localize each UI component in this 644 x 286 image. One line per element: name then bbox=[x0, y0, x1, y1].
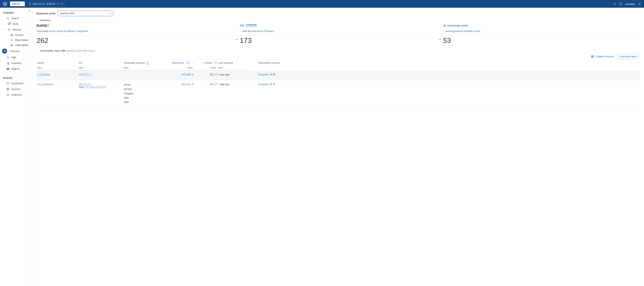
critical-link[interactable]: 365 bbox=[195, 83, 217, 86]
service-value: - bbox=[124, 73, 164, 77]
sidebar: Snapshot Search ⌄ Verify ⌃ Security Post… bbox=[0, 8, 32, 286]
help-icon[interactable]: ? bbox=[146, 62, 149, 64]
exposure-point-select[interactable]: Partners-VPN ▼ bbox=[58, 11, 113, 16]
ip-link[interactable]: fe80::xxx xxxx xxxx xxxx bbox=[79, 86, 122, 88]
last-scanned: 1 day ago bbox=[218, 73, 247, 76]
sidebar-item-label: Exposure bbox=[10, 50, 20, 52]
help-button[interactable] bbox=[618, 1, 624, 7]
services-cell: HTTPHTTPSPostgresSSHVNC bbox=[124, 83, 164, 104]
sidebar-item-collection[interactable]: Collection bbox=[0, 92, 32, 98]
hidden-columns-label: 2 hidden columns bbox=[595, 55, 614, 58]
power-button[interactable] bbox=[636, 1, 642, 7]
app-logo[interactable] bbox=[2, 1, 8, 6]
svg-point-55 bbox=[444, 25, 445, 26]
host-name-link[interactable]: xxxxx-hpna bbox=[37, 73, 78, 76]
svg-marker-0 bbox=[3, 2, 7, 4]
compute-link[interactable]: Compute bbox=[248, 83, 268, 86]
svg-line-66 bbox=[270, 75, 270, 75]
sidebar-item-blast-radius[interactable]: Blast Radius bbox=[0, 37, 32, 42]
tenant-selector[interactable]: Fabrizio ▼ bbox=[10, 1, 25, 6]
svg-point-59 bbox=[271, 74, 271, 75]
collapse-sidebar-icon[interactable] bbox=[28, 9, 31, 12]
svg-line-18 bbox=[11, 40, 11, 41]
filter-risk[interactable] bbox=[165, 65, 193, 70]
sidebar-item-security[interactable]: ⌃ Security bbox=[0, 27, 32, 32]
sidebar-item-sources[interactable]: Sources bbox=[0, 86, 32, 92]
col-critical[interactable]: Critical ? bbox=[195, 61, 217, 64]
ip-link[interactable]: 10.xxx.x.xx bbox=[79, 73, 122, 76]
card-exposed-link[interactable]: …and exposed to Partners-VPN bbox=[443, 30, 634, 35]
card-forward-link[interactable]: …and discovered by Forward bbox=[240, 30, 431, 35]
exposure-point-value: Partners-VPN bbox=[60, 12, 74, 15]
section-title-network: Network bbox=[0, 74, 32, 81]
hidden-columns-button[interactable]: 2 hidden columns bbox=[591, 55, 614, 58]
inventory-icon bbox=[6, 62, 10, 65]
svg-rect-57 bbox=[592, 56, 593, 57]
exposure-point-label: Exposure point bbox=[36, 12, 56, 15]
filter-ips[interactable] bbox=[78, 65, 122, 70]
blast-radius-link[interactable]: Bl bbox=[270, 73, 280, 76]
search-icon bbox=[6, 17, 10, 20]
card-forward-count: 173 bbox=[240, 36, 431, 44]
card-rapid7-link[interactable]: Vulnerable hosts found by Rapid7 Insight… bbox=[36, 30, 228, 35]
filter-services[interactable] bbox=[123, 65, 163, 70]
filter-scanned[interactable] bbox=[218, 65, 246, 70]
username[interactable]: noreply2 bbox=[625, 2, 635, 5]
svg-rect-39 bbox=[8, 69, 9, 69]
collection-icon bbox=[6, 93, 10, 96]
card-exposed: EXPOSURE POINT …and exposed to Partners-… bbox=[443, 23, 640, 44]
table-row[interactable]: xxxxx-panos-3 10.xxx.x.xx fe80::xxx xxxx… bbox=[36, 80, 640, 107]
collapse-overview-icon[interactable]: ⌃ bbox=[36, 19, 38, 21]
star-icon bbox=[29, 2, 31, 5]
svg-line-76 bbox=[272, 83, 272, 84]
download-report-button[interactable]: Download report bbox=[617, 54, 640, 59]
sidebar-item-diffs[interactable]: Diffs bbox=[0, 55, 32, 60]
sidebar-item-inventory[interactable]: Inventory bbox=[0, 60, 32, 66]
compute-link[interactable]: Compute bbox=[248, 73, 268, 76]
service-value: VNC bbox=[124, 100, 164, 104]
svg-rect-42 bbox=[8, 69, 9, 70]
sidebar-item-objects[interactable]: Objects bbox=[0, 66, 32, 72]
notifications-button[interactable] bbox=[612, 1, 618, 7]
report-count: 53 bbox=[62, 49, 65, 52]
snapshot-date: 2022-10-12 bbox=[33, 2, 45, 5]
sidebar-item-exposure[interactable]: Exposure bbox=[0, 47, 32, 55]
sidebar-item-posture[interactable]: Posture bbox=[0, 32, 32, 37]
chevron-down-icon: ⌄ bbox=[3, 23, 5, 25]
svg-rect-58 bbox=[593, 56, 593, 57]
sidebar-item-dashboard[interactable]: Dashboard bbox=[0, 81, 32, 86]
svg-line-64 bbox=[270, 73, 270, 74]
filter-critical[interactable] bbox=[194, 65, 216, 70]
risk-score-link[interactable]: 661,311 bbox=[165, 83, 194, 86]
col-reachable[interactable]: Reachable services bbox=[248, 61, 280, 64]
risk-score-link[interactable]: 679,333 bbox=[165, 73, 194, 76]
col-services[interactable]: Vulnerable services ? bbox=[124, 61, 164, 64]
svg-rect-41 bbox=[8, 69, 8, 70]
globe-icon bbox=[6, 88, 10, 91]
sidebar-item-label: Sources bbox=[12, 88, 20, 90]
host-name-link[interactable]: xxxxx-panos-3 bbox=[37, 83, 78, 86]
snapshot-time-selector[interactable]: 2022-10-12 16:40:35 UTC ▼ bbox=[27, 1, 66, 6]
col-ips[interactable]: IPs bbox=[79, 61, 122, 64]
sidebar-item-search[interactable]: Search bbox=[0, 15, 32, 21]
help-icon[interactable]: ? bbox=[214, 61, 217, 64]
svg-line-75 bbox=[270, 85, 270, 85]
critical-link[interactable]: 363 bbox=[195, 73, 217, 76]
collapse-report-icon[interactable]: ⌃ bbox=[36, 50, 38, 52]
objects-icon bbox=[6, 67, 10, 70]
col-scanned[interactable]: Last scanned bbox=[218, 61, 247, 64]
chevron-up-icon: ⌃ bbox=[3, 29, 5, 31]
table-row[interactable]: xxxxx-hpna 10.xxx.x.xx - 679,333 363 1 d… bbox=[36, 70, 640, 80]
svg-rect-9 bbox=[11, 35, 12, 36]
sidebar-item-verify[interactable]: ⌄ Verify bbox=[0, 21, 32, 27]
col-risk[interactable]: Risk score ? ↑ bbox=[165, 61, 194, 64]
svg-rect-56 bbox=[591, 56, 592, 57]
sidebar-item-vulnerability[interactable]: Vulnerability bbox=[0, 42, 32, 47]
exposure-point-icon: EXPOSURE POINT bbox=[443, 23, 634, 28]
col-name[interactable]: Name bbox=[37, 61, 78, 64]
ip-link[interactable]: 10.xxx.x.xx bbox=[79, 83, 122, 86]
filter-name[interactable] bbox=[36, 65, 77, 70]
svg-line-16 bbox=[11, 39, 11, 40]
blast-radius-link[interactable]: Bl bbox=[270, 83, 280, 86]
help-icon[interactable]: ? bbox=[187, 61, 189, 64]
